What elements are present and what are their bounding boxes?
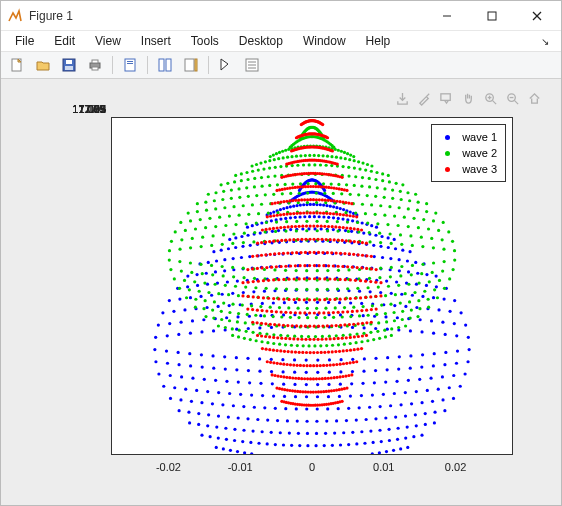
minimize-button[interactable] (424, 2, 469, 30)
open-button[interactable] (31, 54, 55, 76)
svg-rect-12 (127, 61, 133, 62)
matlab-figure-icon (7, 8, 23, 24)
svg-rect-15 (166, 59, 171, 71)
edit-plot-button[interactable] (214, 54, 238, 76)
datatip-icon[interactable] (437, 89, 455, 107)
insert-colorbar-button[interactable] (179, 54, 203, 76)
svg-rect-10 (92, 67, 98, 70)
export-icon[interactable] (393, 89, 411, 107)
brush-icon[interactable] (415, 89, 433, 107)
x-tick-label: 0.01 (373, 461, 394, 473)
menu-overflow-icon[interactable]: ↘ (535, 34, 555, 49)
menu-window[interactable]: Window (295, 32, 354, 50)
x-tick-label: 0 (309, 461, 315, 473)
legend-marker-icon (438, 151, 456, 156)
svg-rect-14 (159, 59, 164, 71)
legend[interactable]: wave 1 wave 2 wave 3 (431, 124, 506, 182)
legend-label: wave 3 (462, 163, 497, 175)
save-button[interactable] (57, 54, 81, 76)
restore-view-icon[interactable] (525, 89, 543, 107)
svg-rect-6 (66, 60, 72, 64)
svg-rect-13 (127, 63, 133, 64)
svg-rect-11 (125, 59, 135, 71)
legend-item[interactable]: wave 3 (438, 161, 497, 177)
axes-container: 17.115 17.11 17.105 17.1 17.095 17.09 17… (51, 109, 543, 487)
zoom-out-icon[interactable] (503, 89, 521, 107)
toolbar-separator (208, 56, 209, 74)
x-tick-label: -0.02 (156, 461, 181, 473)
x-tick-label: 0.02 (445, 461, 466, 473)
legend-item[interactable]: wave 1 (438, 129, 497, 145)
x-tick-label: -0.01 (228, 461, 253, 473)
svg-rect-9 (92, 60, 98, 63)
window-title: Figure 1 (29, 9, 73, 23)
menu-desktop[interactable]: Desktop (231, 32, 291, 50)
print-button[interactable] (83, 54, 107, 76)
title-bar: Figure 1 (1, 1, 561, 31)
legend-label: wave 2 (462, 147, 497, 159)
close-button[interactable] (514, 2, 559, 30)
figure-area: 17.115 17.11 17.105 17.1 17.095 17.09 17… (1, 79, 561, 505)
legend-label: wave 1 (462, 131, 497, 143)
axes[interactable]: wave 1 wave 2 wave 3 (111, 117, 513, 455)
pan-icon[interactable] (459, 89, 477, 107)
toolbar (1, 51, 561, 79)
legend-marker-icon (438, 135, 456, 140)
zoom-in-icon[interactable] (481, 89, 499, 107)
svg-line-24 (492, 100, 496, 104)
menu-help[interactable]: Help (358, 32, 399, 50)
menu-file[interactable]: File (7, 32, 42, 50)
svg-rect-17 (195, 59, 197, 71)
menu-bar: File Edit View Insert Tools Desktop Wind… (1, 31, 561, 51)
menu-insert[interactable]: Insert (133, 32, 179, 50)
svg-rect-22 (440, 93, 449, 100)
menu-view[interactable]: View (87, 32, 129, 50)
axes-toolbar (393, 89, 543, 107)
menu-edit[interactable]: Edit (46, 32, 83, 50)
maximize-button[interactable] (469, 2, 514, 30)
link-axes-button[interactable] (153, 54, 177, 76)
y-tick-label: 17.07 (51, 103, 106, 115)
legend-marker-icon (438, 167, 456, 172)
svg-rect-7 (65, 66, 73, 70)
property-inspector-button[interactable] (240, 54, 264, 76)
print-preview-button[interactable] (118, 54, 142, 76)
svg-rect-16 (185, 59, 194, 71)
menu-tools[interactable]: Tools (183, 32, 227, 50)
toolbar-separator (112, 56, 113, 74)
legend-item[interactable]: wave 2 (438, 145, 497, 161)
new-figure-button[interactable] (5, 54, 29, 76)
svg-rect-1 (488, 12, 496, 20)
toolbar-separator (147, 56, 148, 74)
svg-line-28 (514, 100, 518, 104)
